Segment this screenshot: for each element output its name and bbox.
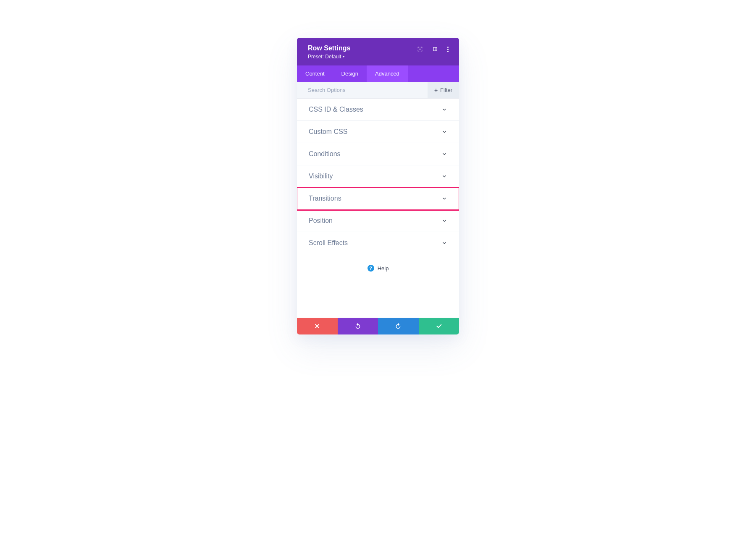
chevron-down-icon [441, 173, 447, 179]
help-label: Help [378, 265, 389, 272]
option-label: Transitions [309, 195, 341, 202]
plus-icon: + [434, 87, 438, 93]
tabs-bar: Content Design Advanced [297, 65, 459, 82]
filter-label: Filter [440, 87, 452, 93]
chevron-down-icon [441, 196, 447, 201]
svg-rect-0 [420, 49, 420, 50]
option-conditions[interactable]: Conditions [297, 143, 459, 165]
preset-label: Preset: Default [308, 54, 341, 60]
option-label: Custom CSS [309, 128, 347, 136]
chevron-down-icon [441, 107, 447, 112]
chevron-down-icon [441, 129, 447, 135]
option-custom-css[interactable]: Custom CSS [297, 121, 459, 143]
option-label: Visibility [309, 172, 333, 180]
filter-button[interactable]: + Filter [428, 82, 459, 98]
help-icon: ? [368, 265, 374, 272]
panel-icon[interactable] [432, 46, 438, 52]
search-bar: + Filter [297, 82, 459, 99]
confirm-button[interactable] [419, 318, 459, 334]
help-link[interactable]: ? Help [297, 254, 459, 318]
header-title-block: Row Settings Preset: Default [308, 44, 350, 60]
chevron-down-icon [441, 151, 447, 157]
modal-title: Row Settings [308, 44, 350, 52]
option-label: CSS ID & Classes [309, 106, 363, 113]
header-icon-group [417, 44, 449, 52]
close-button[interactable] [297, 318, 338, 334]
more-icon[interactable] [447, 47, 449, 52]
redo-button[interactable] [378, 318, 419, 334]
modal-footer [297, 318, 459, 334]
option-label: Position [309, 217, 333, 225]
undo-icon [354, 323, 361, 329]
tab-content[interactable]: Content [297, 65, 333, 82]
undo-button[interactable] [338, 318, 378, 334]
expand-icon[interactable] [417, 46, 423, 52]
option-scroll-effects[interactable]: Scroll Effects [297, 232, 459, 254]
modal-header: Row Settings Preset: Default [297, 38, 459, 65]
option-visibility[interactable]: Visibility [297, 165, 459, 188]
option-label: Conditions [309, 150, 341, 158]
options-list: CSS ID & Classes Custom CSS Conditions V… [297, 99, 459, 254]
option-position[interactable]: Position [297, 210, 459, 232]
option-css-id-classes[interactable]: CSS ID & Classes [297, 99, 459, 121]
redo-icon [395, 323, 402, 329]
tab-advanced[interactable]: Advanced [367, 65, 408, 82]
chevron-down-icon [441, 240, 447, 246]
search-input[interactable] [297, 82, 428, 98]
caret-down-icon [342, 56, 345, 57]
close-icon [314, 323, 320, 329]
tab-design[interactable]: Design [333, 65, 367, 82]
check-icon [436, 323, 442, 329]
preset-dropdown[interactable]: Preset: Default [308, 54, 350, 60]
row-settings-modal: Row Settings Preset: Default Content Des… [297, 38, 459, 334]
option-transitions[interactable]: Transitions [297, 188, 459, 210]
option-label: Scroll Effects [309, 239, 348, 247]
chevron-down-icon [441, 218, 447, 224]
